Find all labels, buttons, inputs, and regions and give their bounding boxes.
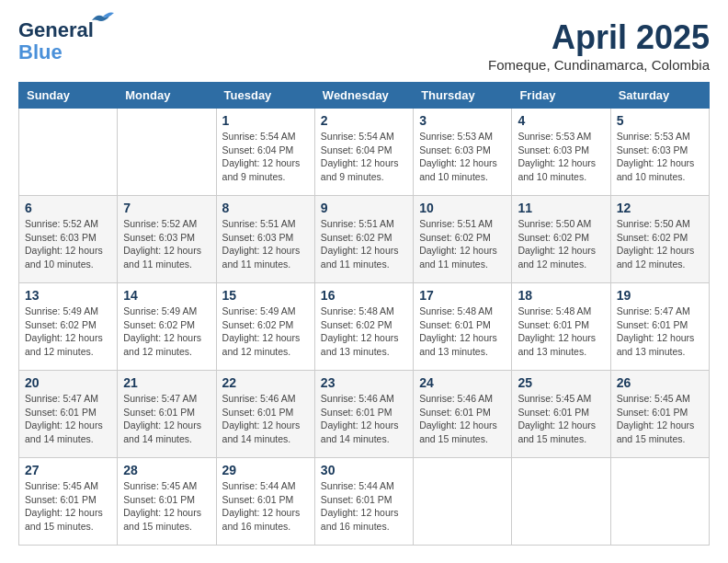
day-info: Sunrise: 5:51 AM Sunset: 6:03 PM Dayligh…: [222, 217, 309, 271]
calendar-cell: 27Sunrise: 5:45 AM Sunset: 6:01 PM Dayli…: [19, 458, 118, 546]
day-number: 9: [321, 201, 407, 215]
day-info: Sunrise: 5:47 AM Sunset: 6:01 PM Dayligh…: [25, 392, 111, 446]
calendar-cell: 15Sunrise: 5:49 AM Sunset: 6:02 PM Dayli…: [216, 283, 314, 371]
calendar-cell: 26Sunrise: 5:45 AM Sunset: 6:01 PM Dayli…: [610, 371, 709, 458]
calendar-week-row: 27Sunrise: 5:45 AM Sunset: 6:01 PM Dayli…: [19, 458, 710, 546]
day-number: 1: [222, 113, 309, 128]
day-number: 15: [222, 288, 309, 303]
day-number: 23: [321, 375, 407, 390]
calendar-cell: 16Sunrise: 5:48 AM Sunset: 6:02 PM Dayli…: [314, 283, 413, 371]
calendar-cell: 8Sunrise: 5:51 AM Sunset: 6:03 PM Daylig…: [216, 196, 314, 283]
weekday-header-friday: Friday: [512, 83, 610, 109]
day-number: 12: [617, 201, 703, 215]
day-info: Sunrise: 5:44 AM Sunset: 6:01 PM Dayligh…: [321, 479, 407, 534]
day-info: Sunrise: 5:52 AM Sunset: 6:03 PM Dayligh…: [25, 217, 111, 271]
weekday-header-sunday: Sunday: [19, 83, 118, 109]
day-info: Sunrise: 5:50 AM Sunset: 6:02 PM Dayligh…: [518, 217, 604, 271]
day-number: 25: [518, 375, 604, 390]
calendar-cell: 6Sunrise: 5:52 AM Sunset: 6:03 PM Daylig…: [19, 196, 118, 283]
day-number: 5: [617, 113, 703, 128]
day-number: 30: [321, 463, 407, 477]
calendar-cell: 23Sunrise: 5:46 AM Sunset: 6:01 PM Dayli…: [314, 371, 413, 458]
day-number: 20: [25, 375, 111, 390]
calendar-cell: 20Sunrise: 5:47 AM Sunset: 6:01 PM Dayli…: [19, 371, 118, 458]
calendar-cell: 17Sunrise: 5:48 AM Sunset: 6:01 PM Dayli…: [414, 283, 512, 371]
calendar-cell: 29Sunrise: 5:44 AM Sunset: 6:01 PM Dayli…: [216, 458, 314, 546]
day-info: Sunrise: 5:47 AM Sunset: 6:01 PM Dayligh…: [617, 304, 703, 359]
day-number: 10: [419, 201, 506, 215]
calendar-week-row: 1Sunrise: 5:54 AM Sunset: 6:04 PM Daylig…: [19, 109, 710, 196]
day-info: Sunrise: 5:53 AM Sunset: 6:03 PM Dayligh…: [419, 130, 506, 184]
day-number: 28: [123, 463, 210, 477]
day-info: Sunrise: 5:53 AM Sunset: 6:03 PM Dayligh…: [617, 130, 703, 184]
day-number: 3: [419, 113, 506, 128]
calendar-cell: 22Sunrise: 5:46 AM Sunset: 6:01 PM Dayli…: [216, 371, 314, 458]
day-number: 2: [321, 113, 407, 128]
day-number: 19: [617, 288, 703, 303]
day-number: 22: [222, 375, 309, 390]
day-number: 27: [25, 463, 111, 477]
calendar-cell: 5Sunrise: 5:53 AM Sunset: 6:03 PM Daylig…: [610, 109, 709, 196]
day-number: 7: [123, 201, 210, 215]
day-number: 16: [321, 288, 407, 303]
day-number: 6: [25, 201, 111, 215]
day-number: 21: [123, 375, 210, 390]
day-info: Sunrise: 5:46 AM Sunset: 6:01 PM Dayligh…: [321, 392, 407, 446]
calendar-cell: 14Sunrise: 5:49 AM Sunset: 6:02 PM Dayli…: [118, 283, 216, 371]
month-year-title: April 2025: [488, 18, 710, 57]
weekday-header-row: SundayMondayTuesdayWednesdayThursdayFrid…: [19, 83, 710, 109]
calendar-week-row: 13Sunrise: 5:49 AM Sunset: 6:02 PM Dayli…: [19, 283, 710, 371]
day-number: 14: [123, 288, 210, 303]
day-info: Sunrise: 5:45 AM Sunset: 6:01 PM Dayligh…: [518, 392, 604, 446]
day-info: Sunrise: 5:45 AM Sunset: 6:01 PM Dayligh…: [25, 479, 111, 534]
calendar-cell: 13Sunrise: 5:49 AM Sunset: 6:02 PM Dayli…: [19, 283, 118, 371]
calendar-cell: 10Sunrise: 5:51 AM Sunset: 6:02 PM Dayli…: [414, 196, 512, 283]
logo: General Blue: [18, 18, 94, 64]
calendar-cell: 7Sunrise: 5:52 AM Sunset: 6:03 PM Daylig…: [118, 196, 216, 283]
day-info: Sunrise: 5:53 AM Sunset: 6:03 PM Dayligh…: [518, 130, 604, 184]
day-info: Sunrise: 5:50 AM Sunset: 6:02 PM Dayligh…: [617, 217, 703, 271]
day-info: Sunrise: 5:45 AM Sunset: 6:01 PM Dayligh…: [617, 392, 703, 446]
calendar-cell: 1Sunrise: 5:54 AM Sunset: 6:04 PM Daylig…: [216, 109, 314, 196]
day-info: Sunrise: 5:44 AM Sunset: 6:01 PM Dayligh…: [222, 479, 309, 534]
day-info: Sunrise: 5:52 AM Sunset: 6:03 PM Dayligh…: [123, 217, 210, 271]
calendar-week-row: 20Sunrise: 5:47 AM Sunset: 6:01 PM Dayli…: [19, 371, 710, 458]
calendar-cell: 4Sunrise: 5:53 AM Sunset: 6:03 PM Daylig…: [512, 109, 610, 196]
calendar-table: SundayMondayTuesdayWednesdayThursdayFrid…: [18, 82, 710, 546]
weekday-header-tuesday: Tuesday: [216, 83, 314, 109]
calendar-cell: [414, 458, 512, 546]
day-number: 18: [518, 288, 604, 303]
calendar-cell: [610, 458, 709, 546]
day-number: 17: [419, 288, 506, 303]
day-number: 11: [518, 201, 604, 215]
calendar-cell: 28Sunrise: 5:45 AM Sunset: 6:01 PM Dayli…: [118, 458, 216, 546]
day-info: Sunrise: 5:46 AM Sunset: 6:01 PM Dayligh…: [222, 392, 309, 446]
calendar-cell: 2Sunrise: 5:54 AM Sunset: 6:04 PM Daylig…: [314, 109, 413, 196]
day-info: Sunrise: 5:47 AM Sunset: 6:01 PM Dayligh…: [123, 392, 210, 446]
calendar-cell: 9Sunrise: 5:51 AM Sunset: 6:02 PM Daylig…: [314, 196, 413, 283]
day-info: Sunrise: 5:54 AM Sunset: 6:04 PM Dayligh…: [222, 130, 309, 184]
day-info: Sunrise: 5:49 AM Sunset: 6:02 PM Dayligh…: [123, 304, 210, 359]
day-info: Sunrise: 5:49 AM Sunset: 6:02 PM Dayligh…: [25, 304, 111, 359]
calendar-cell: 12Sunrise: 5:50 AM Sunset: 6:02 PM Dayli…: [610, 196, 709, 283]
calendar-cell: 18Sunrise: 5:48 AM Sunset: 6:01 PM Dayli…: [512, 283, 610, 371]
calendar-title-area: April 2025 Fomeque, Cundinamarca, Colomb…: [488, 18, 710, 73]
calendar-cell: 19Sunrise: 5:47 AM Sunset: 6:01 PM Dayli…: [610, 283, 709, 371]
calendar-cell: [19, 109, 118, 196]
day-info: Sunrise: 5:51 AM Sunset: 6:02 PM Dayligh…: [321, 217, 407, 271]
weekday-header-monday: Monday: [118, 83, 216, 109]
calendar-cell: 24Sunrise: 5:46 AM Sunset: 6:01 PM Dayli…: [414, 371, 512, 458]
logo-text-blue: Blue: [18, 40, 63, 64]
logo-bird-icon: [90, 11, 114, 29]
day-info: Sunrise: 5:48 AM Sunset: 6:01 PM Dayligh…: [419, 304, 506, 359]
calendar-cell: 21Sunrise: 5:47 AM Sunset: 6:01 PM Dayli…: [118, 371, 216, 458]
calendar-cell: 25Sunrise: 5:45 AM Sunset: 6:01 PM Dayli…: [512, 371, 610, 458]
day-number: 4: [518, 113, 604, 128]
weekday-header-saturday: Saturday: [610, 83, 709, 109]
calendar-cell: 30Sunrise: 5:44 AM Sunset: 6:01 PM Dayli…: [314, 458, 413, 546]
calendar-cell: [512, 458, 610, 546]
day-number: 24: [419, 375, 506, 390]
day-info: Sunrise: 5:45 AM Sunset: 6:01 PM Dayligh…: [123, 479, 210, 534]
day-number: 8: [222, 201, 309, 215]
page-header: General Blue April 2025 Fomeque, Cundina…: [18, 18, 710, 73]
